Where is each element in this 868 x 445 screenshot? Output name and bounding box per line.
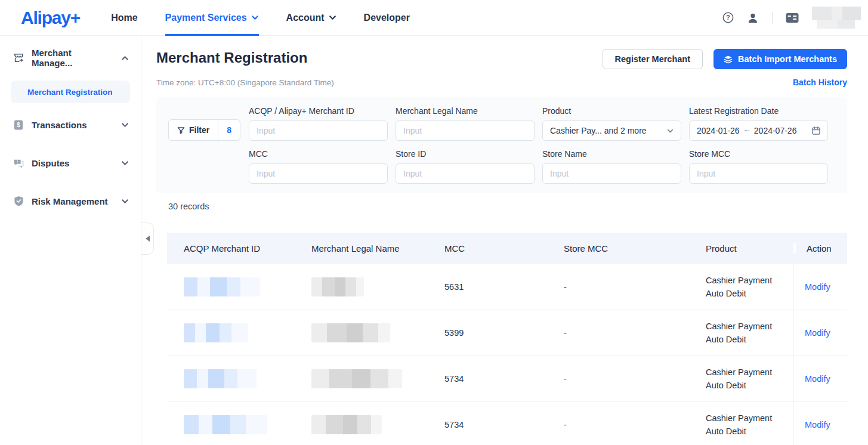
field-acqp-merchant-id: ACQP / Alipay+ Merchant ID: [249, 106, 388, 141]
topbar-divider: [772, 12, 773, 24]
calendar-icon: [812, 126, 820, 135]
date-range-picker[interactable]: 2024-01-26 ~ 2024-07-26: [689, 120, 828, 141]
storefront-icon: [13, 52, 24, 63]
chevron-down-icon: [121, 197, 129, 205]
sub-header: Time zone: UTC+8:00 (Singapore Standard …: [156, 78, 847, 87]
merchant-name-redacted: [311, 415, 382, 434]
col-merchant-legal-name: Merchant Legal Name: [295, 243, 428, 254]
layers-icon: [724, 55, 733, 64]
store-id-input[interactable]: [396, 163, 535, 184]
merchant-name-redacted: [311, 323, 390, 342]
sidebar-item-label: Transactions: [32, 120, 87, 130]
product-line: Cashier Payment: [706, 366, 793, 379]
nav-payment-services[interactable]: Payment Services: [165, 0, 259, 36]
batch-history-link[interactable]: Batch History: [793, 78, 847, 87]
batch-import-label: Batch Import Merchants: [738, 54, 837, 64]
field-store-mcc: Store MCC: [689, 149, 828, 184]
svg-text:!: !: [17, 159, 18, 163]
field-label: Product: [542, 106, 681, 116]
merchant-table: ACQP Merchant ID Merchant Legal Name MCC…: [167, 233, 847, 445]
nav-payment-services-label: Payment Services: [165, 13, 247, 23]
id-card-icon[interactable]: [786, 13, 799, 23]
sidebar-item-label: Risk Management: [32, 196, 108, 206]
nav-home-label: Home: [111, 13, 137, 23]
logo-text: Alipay+: [21, 8, 80, 27]
product-value: Cashier Payment Auto Debit: [689, 274, 793, 300]
modify-link[interactable]: Modify: [805, 328, 830, 338]
modify-link[interactable]: Modify: [805, 374, 830, 384]
store-mcc-input[interactable]: [689, 163, 828, 184]
modify-link[interactable]: Modify: [805, 282, 830, 292]
chevron-down-icon: [121, 159, 129, 167]
field-store-id: Store ID: [396, 149, 535, 184]
col-product: Product: [689, 243, 793, 254]
product-line: Cashier Payment: [706, 274, 793, 287]
store-mcc-value: -: [547, 282, 689, 292]
filter-grid-spacer: [168, 149, 241, 184]
modify-link[interactable]: Modify: [805, 420, 830, 429]
sidebar: Merchant Manage... Merchant Registration…: [0, 36, 141, 445]
sidebar-item-merchant-management[interactable]: Merchant Manage...: [0, 52, 141, 64]
help-icon[interactable]: ?: [722, 12, 734, 23]
nav-home[interactable]: Home: [111, 0, 137, 36]
sidebar-subitem-merchant-registration[interactable]: Merchant Registration: [11, 81, 130, 103]
field-label: Store Name: [542, 149, 681, 159]
col-acqp-merchant-id: ACQP Merchant ID: [167, 243, 295, 254]
organization-name-redacted: [812, 7, 861, 29]
sidebar-item-risk-management[interactable]: Risk Management: [0, 195, 141, 207]
filter-count-badge: 8: [218, 120, 240, 140]
field-store-name: Store Name: [542, 149, 681, 184]
field-label: Store MCC: [689, 149, 828, 159]
batch-import-merchants-button[interactable]: Batch Import Merchants: [713, 49, 847, 69]
funnel-icon: [177, 126, 185, 134]
nav-account[interactable]: Account: [286, 0, 336, 36]
merchant-id-redacted: [184, 369, 257, 388]
field-label: ACQP / Alipay+ Merchant ID: [249, 106, 388, 116]
col-action: Action: [793, 243, 847, 254]
table-header: ACQP Merchant ID Merchant Legal Name MCC…: [167, 233, 847, 264]
sidebar-item-disputes[interactable]: ! Disputes: [0, 157, 141, 169]
sidebar-item-label: Disputes: [32, 158, 69, 168]
chevron-up-icon: [121, 54, 129, 62]
page-title: Merchant Registration: [156, 49, 307, 67]
mcc-value: 5631: [428, 282, 547, 292]
collapse-left-icon: [146, 236, 150, 242]
redaction-block: [812, 7, 861, 20]
store-mcc-value: -: [547, 374, 689, 384]
product-line: Auto Debit: [706, 379, 793, 392]
field-mcc: MCC: [249, 149, 388, 184]
product-select[interactable]: Cashier Pay... and 2 more: [542, 120, 681, 141]
product-line: Auto Debit: [706, 425, 793, 438]
svg-text:?: ?: [726, 14, 730, 21]
mcc-value: 5734: [428, 420, 547, 429]
date-range-separator: ~: [745, 126, 749, 135]
merchant-id-redacted: [184, 415, 267, 434]
mcc-input[interactable]: [249, 163, 388, 184]
register-merchant-button[interactable]: Register Merchant: [603, 49, 703, 69]
mcc-value: 5399: [428, 328, 547, 338]
alipay-plus-logo[interactable]: Alipay+: [21, 8, 80, 28]
filter-button[interactable]: Filter 8: [168, 119, 240, 141]
product-line: Cashier Payment: [706, 320, 793, 333]
product-value: Cashier Payment Auto Debit: [689, 366, 793, 392]
merchant-legal-name-input[interactable]: [396, 120, 535, 141]
filter-panel: Filter 8 ACQP / Alipay+ Merchant ID Merc…: [156, 97, 847, 193]
nav-developer[interactable]: Developer: [364, 0, 410, 36]
product-line: Auto Debit: [706, 287, 793, 300]
field-label: Merchant Legal Name: [396, 106, 535, 116]
user-icon[interactable]: [747, 12, 759, 24]
acqp-merchant-id-input[interactable]: [249, 120, 388, 141]
sidebar-item-label: Merchant Manage...: [32, 48, 113, 68]
redaction-block: [817, 20, 855, 29]
store-name-input[interactable]: [542, 163, 681, 184]
table-row: 5734 - Cashier Payment Auto Debit Modify: [167, 402, 847, 445]
sidebar-collapse-button[interactable]: [141, 222, 154, 255]
col-store-mcc: Store MCC: [547, 243, 689, 254]
page-header: Merchant Registration Register Merchant …: [156, 49, 847, 69]
shield-check-icon: [13, 196, 24, 206]
date-range-end: 2024-07-26: [754, 126, 797, 135]
sidebar-item-transactions[interactable]: $ Transactions: [0, 119, 141, 131]
product-select-value: Cashier Pay... and 2 more: [550, 126, 647, 135]
top-navigation: Home Payment Services Account Developer: [111, 0, 410, 36]
table-row: 5734 - Cashier Payment Auto Debit Modify: [167, 356, 847, 402]
